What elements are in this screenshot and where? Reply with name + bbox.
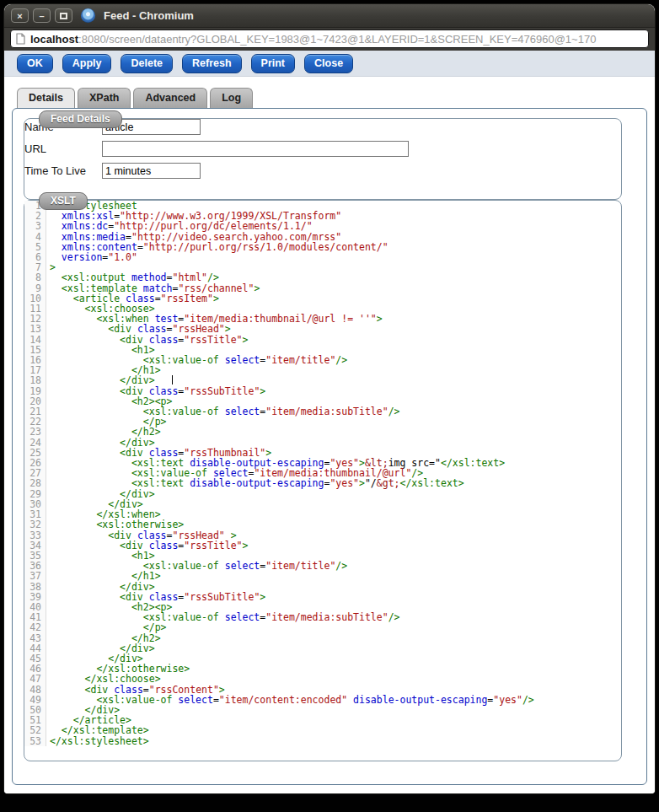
code-text: <xsl:value-of select="item/content:encod… [50, 695, 534, 705]
xslt-editor[interactable]: 1<xsl:stylesheet2 xmlns:xsl="http://www.… [24, 201, 621, 746]
ttl-row: Time To Live [24, 163, 621, 179]
url-bar[interactable]: localhost:8080/screen/dataentry?GLOBAL_K… [10, 30, 649, 48]
line-number: 14 [24, 335, 46, 345]
text-cursor [172, 375, 173, 384]
ttl-input[interactable] [102, 163, 201, 179]
apply-button[interactable]: Apply [62, 54, 112, 73]
action-toolbar: OK Apply Delete Refresh Print Close [4, 51, 655, 77]
window-title: Feed - Chromium [104, 9, 194, 22]
url-host: localhost [30, 33, 78, 46]
refresh-button[interactable]: Refresh [182, 54, 242, 73]
url-label: URL [24, 143, 102, 155]
url-text: localhost:8080/screen/dataentry?GLOBAL_K… [30, 33, 643, 46]
window-close-icon[interactable]: × [11, 8, 29, 23]
window-minimize-icon[interactable]: – [33, 8, 51, 23]
delete-button[interactable]: Delete [121, 54, 173, 73]
line-number: 4 [24, 232, 46, 242]
line-number: 42 [24, 622, 46, 632]
url-input[interactable] [102, 141, 409, 157]
code-text: version="1.0" [50, 252, 137, 262]
details-panel: Feed Details Name URL Time To Live XSLT … [12, 108, 647, 785]
line-number: 8 [24, 272, 46, 282]
tab-bar: Details XPath Advanced Log [17, 88, 655, 108]
tab-xpath[interactable]: XPath [78, 88, 131, 108]
feed-details-fieldset: Feed Details Name URL Time To Live [24, 118, 622, 200]
line-number: 13 [24, 324, 46, 334]
tab-log[interactable]: Log [210, 88, 253, 108]
page-content: OK Apply Delete Refresh Print Close Deta… [4, 51, 655, 793]
line-number: 3 [24, 221, 46, 231]
line-number: 18 [24, 375, 46, 385]
feed-details-legend: Feed Details [39, 110, 122, 128]
line-number: 53 [24, 736, 46, 746]
url-row: URL [24, 141, 621, 157]
close-button[interactable]: Close [304, 54, 353, 73]
line-number: 33 [24, 530, 46, 540]
browser-toolbar: localhost:8080/screen/dataentry?GLOBAL_K… [4, 28, 655, 51]
url-path: :8080/screen/dataentry?GLOBAL_KEY=1983@1… [78, 33, 596, 46]
line-number: 9 [24, 283, 46, 293]
line-number: 48 [24, 685, 46, 695]
maximize-glyph [60, 13, 67, 19]
line-number: 23 [24, 427, 46, 437]
line-number: 47 [24, 674, 46, 684]
line-number: 37 [24, 571, 46, 581]
window-titlebar: × – Feed - Chromium [4, 4, 655, 28]
xslt-legend: XSLT [39, 192, 88, 210]
tab-advanced[interactable]: Advanced [133, 88, 207, 108]
line-number: 28 [24, 478, 46, 488]
chromium-icon [81, 8, 95, 23]
code-line: 53</xsl:stylesheet> [24, 736, 621, 746]
line-number: 32 [24, 519, 46, 530]
ok-button[interactable]: OK [17, 54, 53, 73]
xslt-fieldset: XSLT 1<xsl:stylesheet2 xmlns:xsl="http:/… [24, 200, 622, 761]
line-number: 43 [24, 633, 46, 643]
code-line: 6 version="1.0" [24, 252, 621, 262]
code-text: </xsl:stylesheet> [50, 736, 149, 746]
line-number: 52 [24, 725, 46, 735]
window-maximize-icon[interactable] [55, 8, 72, 23]
browser-window: × – Feed - Chromium localhost:8080/scree… [4, 4, 655, 793]
line-number: 38 [24, 582, 46, 592]
print-button[interactable]: Print [251, 54, 295, 73]
tab-details[interactable]: Details [17, 88, 75, 108]
ttl-label: Time To Live [24, 164, 102, 177]
page-icon [16, 33, 25, 45]
